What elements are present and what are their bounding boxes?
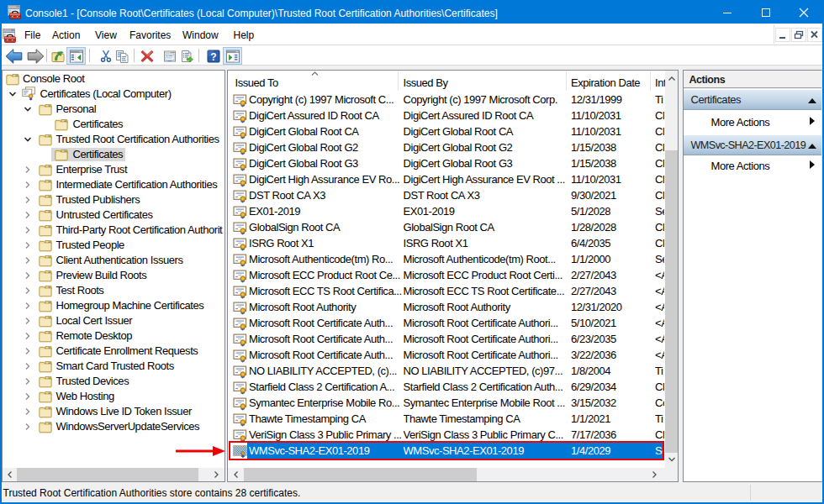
svg-text:?: ? xyxy=(210,51,216,63)
